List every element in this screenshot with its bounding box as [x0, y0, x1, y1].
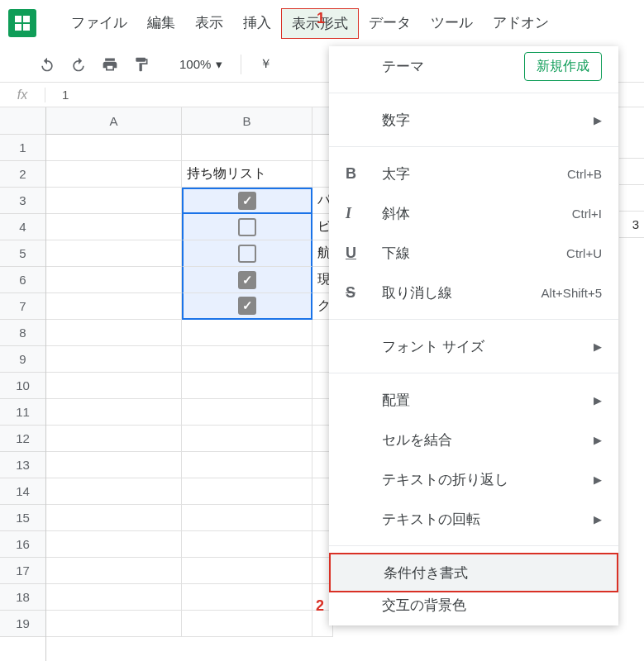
- row-header[interactable]: 3: [0, 188, 45, 214]
- cell[interactable]: [619, 185, 644, 212]
- checkbox-icon[interactable]: [238, 245, 256, 263]
- row-header[interactable]: 2: [0, 161, 45, 188]
- undo-icon[interactable]: [37, 55, 57, 74]
- col-header[interactable]: A: [46, 107, 182, 135]
- row-header[interactable]: 4: [0, 214, 45, 240]
- row-header[interactable]: 16: [0, 531, 45, 558]
- row-header[interactable]: 7: [0, 293, 45, 320]
- row-header[interactable]: 14: [0, 478, 45, 505]
- cell[interactable]: [182, 531, 312, 558]
- row-header[interactable]: 15: [0, 505, 45, 531]
- cell[interactable]: [46, 293, 182, 320]
- menu-wrap[interactable]: テキストの折り返し ▶: [329, 459, 618, 499]
- cell[interactable]: [182, 584, 312, 611]
- cell[interactable]: [46, 478, 182, 505]
- cell[interactable]: [46, 214, 182, 240]
- cell[interactable]: [46, 320, 182, 346]
- cell[interactable]: [182, 293, 312, 320]
- checkbox-icon[interactable]: [238, 297, 256, 315]
- menu-italic[interactable]: I 斜体 Ctrl+I: [329, 193, 618, 233]
- cell[interactable]: [46, 373, 182, 399]
- menu-insert[interactable]: 挿入: [233, 8, 281, 39]
- row-header[interactable]: 11: [0, 399, 45, 426]
- cell[interactable]: [182, 240, 312, 267]
- cell[interactable]: [182, 478, 312, 505]
- row-header[interactable]: 8: [0, 320, 45, 346]
- print-icon[interactable]: [100, 55, 120, 74]
- cell[interactable]: [182, 399, 312, 426]
- cell[interactable]: [46, 452, 182, 478]
- cell[interactable]: [182, 135, 312, 161]
- menu-alternating-colors[interactable]: 交互の背景色: [329, 592, 618, 617]
- cell[interactable]: [46, 135, 182, 161]
- checkbox-icon[interactable]: [238, 271, 256, 289]
- cell[interactable]: [182, 188, 312, 214]
- cell[interactable]: [182, 346, 312, 373]
- menu-conditional-format[interactable]: 条件付き書式: [329, 553, 618, 592]
- cell[interactable]: [46, 505, 182, 531]
- menu-fontsize[interactable]: フォント サイズ ▶: [329, 326, 618, 366]
- cell[interactable]: [182, 558, 312, 584]
- row-header[interactable]: 9: [0, 346, 45, 373]
- new-theme-button[interactable]: 新規作成: [524, 52, 602, 81]
- cell[interactable]: [182, 267, 312, 293]
- menu-strikethrough[interactable]: S 取り消し線 Alt+Shift+5: [329, 273, 618, 312]
- chevron-right-icon: ▶: [594, 340, 602, 353]
- row-header[interactable]: 19: [0, 611, 45, 637]
- row-header[interactable]: 12: [0, 426, 45, 452]
- menu-addons[interactable]: アドオン: [483, 8, 559, 39]
- zoom-select[interactable]: 100% ▾: [179, 57, 222, 72]
- col-header[interactable]: B: [182, 107, 312, 135]
- cell[interactable]: [46, 346, 182, 373]
- cell[interactable]: [619, 159, 644, 185]
- row-header[interactable]: 10: [0, 373, 45, 399]
- paint-format-icon[interactable]: [131, 55, 151, 74]
- cell[interactable]: [182, 611, 312, 637]
- checkbox-icon[interactable]: [238, 192, 256, 210]
- select-all-corner[interactable]: [0, 107, 45, 135]
- cell[interactable]: [46, 584, 182, 611]
- menu-bold[interactable]: B 太字 Ctrl+B: [329, 154, 618, 193]
- menu-edit[interactable]: 編集: [137, 8, 185, 39]
- cell[interactable]: [46, 531, 182, 558]
- menu-theme[interactable]: テーマ 新規作成: [329, 46, 618, 86]
- cell[interactable]: [182, 505, 312, 531]
- menu-view[interactable]: 表示: [185, 8, 233, 39]
- row-header[interactable]: 17: [0, 558, 45, 584]
- cell[interactable]: [182, 373, 312, 399]
- row-header[interactable]: 6: [0, 267, 45, 293]
- redo-icon[interactable]: [69, 55, 88, 74]
- menu-merge[interactable]: セルを結合 ▶: [329, 420, 618, 459]
- cell[interactable]: [46, 188, 182, 214]
- cell[interactable]: [46, 426, 182, 452]
- cell[interactable]: [46, 240, 182, 267]
- row-header[interactable]: 1: [0, 135, 45, 161]
- menu-align[interactable]: 配置 ▶: [329, 380, 618, 420]
- cell[interactable]: [182, 426, 312, 452]
- cell[interactable]: [182, 214, 312, 240]
- cell[interactable]: [46, 161, 182, 188]
- menu-rotate[interactable]: テキストの回転 ▶: [329, 499, 618, 539]
- menu-file[interactable]: ファイル: [61, 8, 137, 39]
- sheets-logo-icon[interactable]: [8, 9, 36, 37]
- cell[interactable]: 3: [619, 212, 644, 238]
- currency-button[interactable]: ￥: [260, 56, 272, 72]
- row-header[interactable]: 13: [0, 452, 45, 478]
- chevron-right-icon: ▶: [594, 473, 602, 486]
- menu-tools[interactable]: ツール: [421, 8, 483, 39]
- cell[interactable]: [619, 132, 644, 159]
- cell[interactable]: [46, 267, 182, 293]
- cell[interactable]: [46, 399, 182, 426]
- row-header[interactable]: 5: [0, 240, 45, 267]
- formula-value[interactable]: 1: [45, 88, 69, 102]
- row-header[interactable]: 18: [0, 584, 45, 611]
- checkbox-icon[interactable]: [238, 218, 256, 236]
- cell[interactable]: 持ち物リスト: [182, 161, 312, 188]
- menu-data[interactable]: データ: [359, 8, 421, 39]
- cell[interactable]: [46, 611, 182, 637]
- cell[interactable]: [182, 320, 312, 346]
- cell[interactable]: [182, 452, 312, 478]
- menu-number[interactable]: 数字 ▶: [329, 100, 618, 140]
- menu-underline[interactable]: U 下線 Ctrl+U: [329, 233, 618, 273]
- cell[interactable]: [46, 558, 182, 584]
